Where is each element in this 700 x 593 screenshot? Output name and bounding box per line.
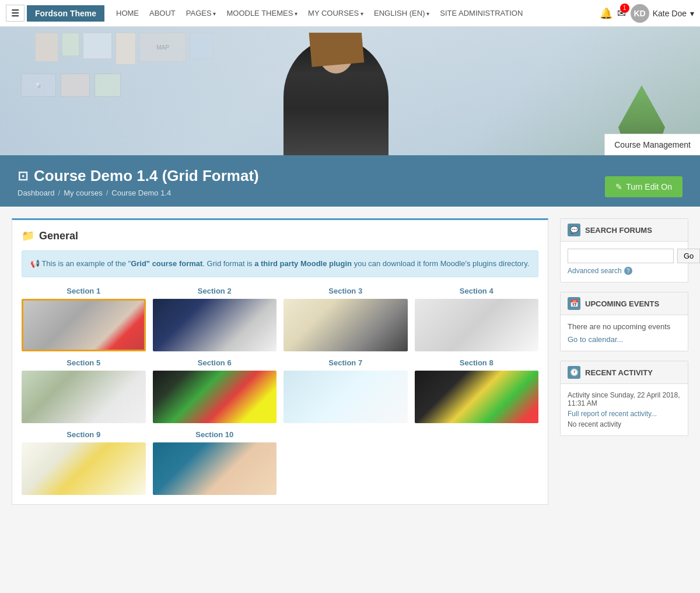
grid-section-label: Section 5: [22, 358, 146, 367]
clock-icon: 🕐: [568, 366, 580, 379]
turn-edit-button[interactable]: ✎ Turn Edit On: [605, 176, 682, 197]
edit-icon: ✎: [615, 182, 622, 191]
breadcrumb-my-courses[interactable]: My courses: [64, 189, 102, 197]
grid-section-image: [153, 299, 277, 351]
navbar: ☰ Fordson Theme HOME ABOUT PAGES MOODLE …: [0, 0, 700, 27]
main-layout: 📁 General 📢 This is an example of the "G…: [0, 207, 700, 528]
grid-section-image: [415, 299, 539, 351]
course-header-left: ⊡ Course Demo 1.4 (Grid Format) Dashboar…: [18, 167, 259, 197]
grid-section-item[interactable]: Section 8: [415, 358, 539, 423]
grid-section-image-inner: [415, 371, 539, 423]
grid-section-image-inner: [153, 371, 277, 423]
grid-section-image-inner: [153, 442, 277, 495]
grid-section-label: Section 7: [284, 358, 408, 367]
grid-section-image: [284, 299, 408, 351]
grid-section-image: [22, 371, 146, 423]
announcement-box: 📢 This is an example of the "Grid" cours…: [22, 250, 538, 277]
course-header: ⊡ Course Demo 1.4 (Grid Format) Dashboar…: [0, 155, 700, 207]
help-icon: ?: [624, 267, 632, 275]
grid-section-image: [22, 442, 146, 495]
search-row: Go: [568, 249, 681, 263]
grid-section-image-inner: [284, 299, 408, 351]
nav-language[interactable]: ENGLISH (EN): [369, 6, 434, 20]
section-title: 📁 General: [22, 229, 538, 242]
grid-section-item[interactable]: Section 6: [153, 358, 277, 423]
user-menu-arrow: ▾: [690, 9, 694, 18]
hamburger-button[interactable]: ☰: [6, 5, 24, 22]
nav-moodle-themes[interactable]: MOODLE THEMES: [222, 6, 302, 20]
course-management-button[interactable]: Course Management: [604, 134, 700, 155]
nav-home[interactable]: HOME: [111, 6, 144, 20]
grid-section-label: Section 8: [415, 358, 539, 367]
grid-section-item[interactable]: Section 9: [22, 430, 146, 495]
grid-section-item[interactable]: Section 10: [153, 430, 277, 495]
breadcrumb: Dashboard / My courses / Course Demo 1.4: [18, 189, 259, 197]
grid-section-image: [284, 371, 408, 423]
go-to-calendar-link[interactable]: Go to calendar...: [568, 335, 623, 344]
advanced-search-link[interactable]: Advanced search ?: [568, 267, 681, 275]
search-forums-body: Go Advanced search ?: [561, 242, 688, 282]
grid-section-image-inner: [415, 299, 539, 351]
search-go-button[interactable]: Go: [677, 249, 700, 263]
course-icon: ⊡: [18, 169, 28, 184]
grid-section-item[interactable]: Section 3: [284, 287, 408, 351]
search-forums-widget: 💬 SEARCH FORUMS Go Advanced search ?: [560, 218, 688, 282]
notifications-bell[interactable]: 🔔: [600, 7, 612, 20]
avatar: KD: [631, 4, 649, 23]
nav-about[interactable]: ABOUT: [145, 6, 180, 20]
full-report-link[interactable]: Full report of recent activity...: [568, 410, 681, 418]
messages-button[interactable]: ✉ 1: [617, 7, 626, 20]
grid-section-image-inner: [22, 371, 146, 423]
search-forums-header: 💬 SEARCH FORUMS: [561, 219, 688, 242]
recent-activity-widget: 🕐 RECENT ACTIVITY Activity since Sunday,…: [560, 361, 688, 436]
breadcrumb-course-demo[interactable]: Course Demo 1.4: [111, 189, 171, 197]
chat-icon: 💬: [568, 224, 580, 236]
grid-section-item[interactable]: Section 5: [22, 358, 146, 423]
grid-section-label: Section 3: [284, 287, 408, 295]
activity-since-text: Activity since Sunday, 22 April 2018, 11…: [568, 391, 681, 407]
recent-activity-header: 🕐 RECENT ACTIVITY: [561, 361, 688, 384]
grid-section-label: Section 10: [153, 430, 277, 439]
grid-section-image: [415, 371, 539, 423]
sidebar: 💬 SEARCH FORUMS Go Advanced search ? 📅 U…: [560, 218, 688, 517]
calendar-icon: 📅: [568, 297, 580, 310]
grid-section-label: Section 4: [415, 287, 539, 295]
message-badge: 1: [620, 4, 629, 13]
grid-section-item[interactable]: Section 1: [22, 287, 146, 351]
grid-section-label: Section 9: [22, 430, 146, 439]
navbar-links: HOME ABOUT PAGES MOODLE THEMES MY COURSE…: [111, 6, 597, 20]
brand-logo[interactable]: Fordson Theme: [27, 5, 104, 22]
announcement-text: This is an example of the "Grid" course …: [41, 259, 529, 268]
grid-section-item[interactable]: Section 2: [153, 287, 277, 351]
grid-section-image: [153, 371, 277, 423]
nav-pages[interactable]: PAGES: [181, 6, 221, 20]
user-menu[interactable]: KD Kate Doe ▾: [631, 4, 694, 23]
grid-sections: Section 1Section 2Section 3Section 4Sect…: [22, 287, 538, 495]
breadcrumb-sep-1: /: [58, 189, 61, 197]
grid-section-image-inner: [284, 371, 408, 423]
user-name: Kate Doe: [653, 9, 687, 18]
course-title: ⊡ Course Demo 1.4 (Grid Format): [18, 167, 259, 185]
grid-section-item[interactable]: Section 7: [284, 358, 408, 423]
grid-section-label: Section 1: [22, 287, 146, 295]
recent-activity-body: Activity since Sunday, 22 April 2018, 11…: [561, 384, 688, 435]
grid-section-label: Section 6: [153, 358, 277, 367]
search-forums-input[interactable]: [568, 249, 674, 263]
navbar-right: 🔔 ✉ 1 KD Kate Doe ▾: [600, 4, 694, 23]
no-activity-text: No recent activity: [568, 420, 681, 428]
hero-banner: MAP 📊 Course Management: [0, 27, 700, 155]
grid-section-image-inner: [153, 299, 277, 351]
grid-section-image: [153, 442, 277, 495]
upcoming-events-header: 📅 UPCOMING EVENTS: [561, 292, 688, 315]
section-folder-icon: 📁: [22, 229, 34, 242]
general-section: 📁 General 📢 This is an example of the "G…: [12, 218, 548, 505]
nav-my-courses[interactable]: MY COURSES: [303, 6, 368, 20]
grid-section-image: [22, 299, 146, 351]
breadcrumb-dashboard[interactable]: Dashboard: [18, 189, 55, 197]
breadcrumb-sep-2: /: [106, 189, 108, 197]
grid-section-item[interactable]: Section 4: [415, 287, 539, 351]
megaphone-icon: 📢: [30, 259, 41, 268]
grid-section-image-inner: [22, 442, 146, 495]
nav-site-administration[interactable]: SITE ADMINISTRATION: [435, 6, 527, 20]
no-events-text: There are no upcoming events: [568, 322, 681, 331]
